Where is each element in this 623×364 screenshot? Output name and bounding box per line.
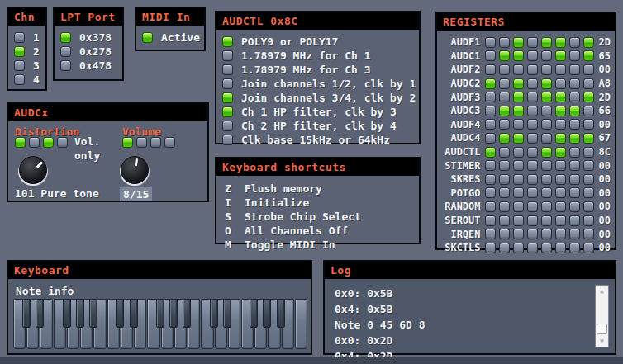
bit-checkbox[interactable] (499, 160, 510, 171)
bit-checkbox[interactable] (513, 243, 524, 253)
bit-checkbox[interactable] (485, 133, 496, 144)
bit-checkbox[interactable] (164, 137, 175, 148)
bit-checkbox[interactable] (555, 133, 566, 144)
bit-checkbox[interactable] (499, 229, 510, 239)
checkbox-clk-base-15khz-or-64khz[interactable] (222, 135, 233, 145)
bit-checkbox[interactable] (583, 78, 594, 89)
bit-checkbox[interactable] (499, 119, 510, 130)
bit-checkbox[interactable] (513, 50, 524, 61)
bit-checkbox[interactable] (541, 147, 552, 158)
volume-knob[interactable] (121, 156, 149, 184)
bit-checkbox[interactable] (485, 119, 496, 130)
bit-checkbox[interactable] (555, 92, 566, 102)
bit-checkbox[interactable] (583, 243, 594, 253)
bit-checkbox[interactable] (513, 174, 524, 185)
checkbox-poly9-or-poly17[interactable] (222, 36, 233, 47)
bit-checkbox[interactable] (499, 187, 510, 198)
bit-checkbox[interactable] (499, 243, 510, 253)
piano-white-key[interactable] (295, 299, 307, 349)
bit-checkbox[interactable] (499, 215, 510, 226)
bit-checkbox[interactable] (485, 50, 496, 61)
checkbox-0x478[interactable] (60, 60, 71, 71)
bit-checkbox[interactable] (569, 243, 580, 253)
bit-checkbox[interactable] (541, 215, 552, 226)
bit-checkbox[interactable] (541, 78, 552, 89)
bit-checkbox[interactable] (499, 50, 510, 61)
bit-checkbox[interactable] (527, 106, 538, 116)
piano-black-key[interactable] (277, 299, 285, 328)
bit-checkbox[interactable] (541, 37, 552, 48)
bit-checkbox[interactable] (485, 37, 496, 48)
bit-checkbox[interactable] (583, 50, 594, 61)
piano-black-key[interactable] (169, 299, 178, 328)
bit-checkbox[interactable] (527, 92, 538, 102)
bit-checkbox[interactable] (527, 215, 538, 226)
piano-black-key[interactable] (210, 299, 218, 328)
bit-checkbox[interactable] (513, 92, 524, 102)
bit-checkbox[interactable] (499, 37, 510, 48)
bit-checkbox[interactable] (513, 119, 524, 130)
bit-checkbox[interactable] (555, 147, 566, 158)
bit-checkbox[interactable] (513, 106, 524, 116)
bit-checkbox[interactable] (555, 64, 566, 75)
bit-checkbox[interactable] (569, 174, 580, 185)
scrollbar-thumb[interactable] (597, 324, 607, 334)
bit-checkbox[interactable] (569, 64, 580, 75)
checkbox-4[interactable] (14, 74, 25, 85)
bit-checkbox[interactable] (569, 201, 580, 212)
checkbox-3[interactable] (14, 60, 25, 71)
bit-checkbox[interactable] (569, 119, 580, 130)
checkbox-2[interactable] (14, 46, 25, 57)
piano-black-key[interactable] (22, 299, 31, 328)
bit-checkbox[interactable] (555, 229, 566, 239)
bit-checkbox[interactable] (499, 133, 510, 144)
piano-black-key[interactable] (76, 299, 84, 328)
bit-checkbox[interactable] (541, 229, 552, 239)
piano-black-key[interactable] (250, 299, 258, 328)
bit-checkbox[interactable] (555, 187, 566, 198)
bit-checkbox[interactable] (527, 37, 538, 48)
checkbox-join-channels-3-4-clk-by-2[interactable] (222, 92, 233, 103)
bit-checkbox[interactable] (555, 50, 566, 61)
checkbox-1[interactable] (14, 32, 25, 43)
piano-black-key[interactable] (183, 299, 191, 328)
scroll-up-icon[interactable]: ▲ (596, 286, 608, 296)
bit-checkbox[interactable] (569, 229, 580, 239)
bit-checkbox[interactable] (485, 187, 496, 198)
bit-checkbox[interactable] (555, 174, 566, 185)
bit-checkbox[interactable] (485, 78, 496, 89)
bit-checkbox[interactable] (499, 174, 510, 185)
bit-checkbox[interactable] (150, 137, 161, 148)
bit-checkbox[interactable] (485, 215, 496, 226)
bit-checkbox[interactable] (43, 137, 54, 148)
bit-checkbox[interactable] (555, 119, 566, 130)
bit-checkbox[interactable] (513, 215, 524, 226)
bit-checkbox[interactable] (583, 37, 594, 48)
bit-checkbox[interactable] (569, 187, 580, 198)
bit-checkbox[interactable] (513, 78, 524, 89)
bit-checkbox[interactable] (583, 160, 594, 171)
bit-checkbox[interactable] (541, 92, 552, 102)
bit-checkbox[interactable] (541, 187, 552, 198)
bit-checkbox[interactable] (555, 243, 566, 253)
piano-black-key[interactable] (63, 299, 71, 328)
bit-checkbox[interactable] (485, 229, 496, 239)
bit-checkbox[interactable] (555, 201, 566, 212)
distortion-knob[interactable] (19, 156, 47, 184)
bit-checkbox[interactable] (583, 64, 594, 75)
bit-checkbox[interactable] (513, 187, 524, 198)
bit-checkbox[interactable] (569, 106, 580, 116)
bit-checkbox[interactable] (485, 106, 496, 116)
piano-black-key[interactable] (36, 299, 44, 328)
bit-checkbox[interactable] (29, 137, 40, 148)
bit-checkbox[interactable] (527, 147, 538, 158)
bit-checkbox[interactable] (513, 147, 524, 158)
bit-checkbox[interactable] (136, 137, 147, 148)
log-scrollbar[interactable]: ▲ ▼ (595, 285, 609, 347)
scroll-down-icon[interactable]: ▼ (596, 336, 608, 347)
bit-checkbox[interactable] (569, 215, 580, 226)
bit-checkbox[interactable] (541, 201, 552, 212)
checkbox-1-78979-mhz-for-ch-1[interactable] (222, 50, 233, 61)
bit-checkbox[interactable] (513, 37, 524, 48)
checkbox-0x378[interactable] (60, 32, 71, 43)
